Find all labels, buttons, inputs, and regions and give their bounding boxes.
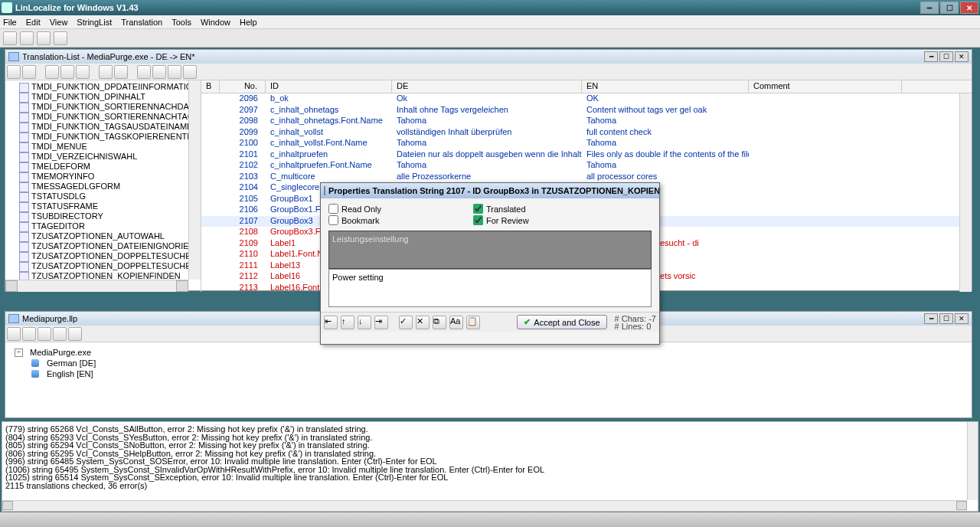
- menu-file[interactable]: File: [3, 18, 17, 27]
- table-row[interactable]: 2102c_inhaltpruefen.Font.NameTahomaTahom…: [201, 160, 972, 172]
- book-icon[interactable]: [54, 31, 67, 45]
- translated-checkbox[interactable]: Translated: [473, 203, 529, 214]
- table-row[interactable]: 2099c_inhalt_vollstvollständigen Inhalt …: [201, 127, 972, 139]
- readonly-checkbox[interactable]: Read Only: [328, 203, 381, 214]
- tree-item[interactable]: TSTATUSDLG: [31, 191, 201, 201]
- filter-icon[interactable]: [76, 65, 90, 79]
- col-comment[interactable]: Comment: [749, 80, 902, 93]
- accept-close-button[interactable]: ✔ Accept and Close: [517, 315, 606, 329]
- paste-icon[interactable]: 📋: [466, 316, 480, 329]
- sub-minimize-button[interactable]: ━: [924, 313, 938, 324]
- tree-item[interactable]: TZUSATZOPTIONEN_AUTOWAHL: [31, 231, 201, 241]
- open-folder-icon[interactable]: [68, 327, 82, 341]
- forreview-checkbox[interactable]: For Review: [473, 214, 529, 226]
- menu-tools[interactable]: Tools: [172, 18, 191, 27]
- translation-list-titlebar[interactable]: Translation-List - MediaPurge.exe - DE -…: [5, 50, 972, 64]
- scroll-left-icon[interactable]: [2, 501, 13, 510]
- scroll-right-icon[interactable]: [956, 501, 967, 510]
- table-row[interactable]: 2098c_inhalt_ohnetags.Font.NameTahomaTah…: [201, 116, 972, 127]
- tree-scrollbar-v[interactable]: [188, 80, 201, 280]
- target-text[interactable]: Power setting: [328, 269, 652, 307]
- tree-item[interactable]: TMEMORYINFO: [31, 172, 201, 182]
- menu-window[interactable]: Window: [201, 18, 230, 27]
- col-de[interactable]: DE: [392, 80, 582, 93]
- menu-edit[interactable]: Edit: [26, 18, 41, 27]
- edit-icon[interactable]: [7, 327, 21, 341]
- sub-maximize-button[interactable]: ☐: [939, 313, 953, 324]
- tree-item[interactable]: TMDI_FUNKTION_TAGSAUSDATEINAMEN: [31, 122, 201, 132]
- new-icon[interactable]: [22, 327, 36, 341]
- reject-icon[interactable]: ✕: [416, 316, 430, 329]
- log-scrollbar-v[interactable]: [967, 422, 978, 500]
- col-b[interactable]: B: [201, 80, 220, 93]
- tree-item[interactable]: TSTATUSFRAME: [31, 201, 201, 211]
- tree-item[interactable]: TMDI_FUNKTION_SORTIERENNACHTAGS: [31, 112, 201, 122]
- tree-item[interactable]: TZUSATZOPTIONEN_DOPPELTESUCHENAFP: [31, 261, 201, 271]
- prev-icon[interactable]: ↑: [341, 316, 354, 329]
- table-row[interactable]: 2096b_okOkOK: [201, 93, 972, 105]
- case-icon[interactable]: Aa: [449, 316, 463, 329]
- properties-icon[interactable]: [53, 327, 67, 341]
- export-icon[interactable]: [137, 65, 151, 79]
- maximize-button[interactable]: ☐: [940, 2, 959, 14]
- link-icon[interactable]: ⧉: [433, 316, 446, 329]
- next-icon[interactable]: ↓: [358, 316, 371, 329]
- table-row[interactable]: 2100c_inhalt_vollst.Font.NameTahomaTahom…: [201, 138, 972, 149]
- grid-scrollbar-v[interactable]: [959, 93, 972, 292]
- tree-scrollbar-h[interactable]: [5, 280, 188, 292]
- last-icon[interactable]: ⇥: [374, 316, 388, 329]
- project-tree-item[interactable]: MediaPurge.exe: [10, 347, 967, 358]
- sub-minimize-button[interactable]: ━: [924, 51, 938, 62]
- sub-close-button[interactable]: ✕: [955, 313, 969, 324]
- table-row[interactable]: 2097c_inhalt_ohnetagsInhalt ohne Tags ve…: [201, 105, 972, 116]
- dialog-titlebar[interactable]: Properties Translation String 2107 - ID …: [321, 183, 659, 198]
- project-tree-item[interactable]: German [DE]: [10, 358, 967, 368]
- menu-view[interactable]: View: [50, 18, 68, 27]
- scroll-right-icon[interactable]: [176, 280, 188, 292]
- tree-item[interactable]: TMESSAGEDLGFORM: [31, 182, 201, 191]
- scroll-left-icon[interactable]: [5, 280, 18, 292]
- tree-item[interactable]: TMDI_FUNKTION_DPDATEIINFORMATIONEN: [31, 82, 201, 92]
- menu-translation[interactable]: Translation: [121, 18, 162, 27]
- project-tree-item[interactable]: English [EN]: [10, 368, 967, 379]
- paste-icon[interactable]: [114, 65, 128, 79]
- refresh-icon[interactable]: [168, 65, 181, 79]
- first-icon[interactable]: ⇤: [324, 316, 338, 329]
- tree-item[interactable]: TMDI_FUNKTION_TAGSKOPIERENENTFERNEN: [31, 132, 201, 142]
- check-icon[interactable]: [183, 65, 197, 79]
- menu-help[interactable]: Help: [240, 18, 257, 27]
- print-icon[interactable]: [22, 65, 36, 79]
- new-icon[interactable]: [3, 31, 17, 45]
- sub-maximize-button[interactable]: ☐: [939, 51, 953, 62]
- copy-icon[interactable]: [99, 65, 113, 79]
- log-line: (996) string 65485 System_SysConst_SOSEr…: [5, 457, 975, 466]
- accept-icon[interactable]: ✓: [399, 316, 413, 329]
- table-row[interactable]: 2101c_inhaltpruefenDateien nur als doppe…: [201, 149, 972, 161]
- sub-close-button[interactable]: ✕: [955, 51, 969, 62]
- save-icon[interactable]: [37, 31, 51, 45]
- menu-stringlist[interactable]: StringList: [77, 18, 112, 27]
- tree-item[interactable]: TTAGEDITOR: [31, 221, 201, 231]
- col-en[interactable]: EN: [582, 80, 749, 93]
- log-scrollbar-h[interactable]: [2, 500, 967, 511]
- tree-item[interactable]: TZUSATZOPTIONEN_DOPPELTESUCHENAEHNLICH: [31, 251, 201, 261]
- bookmark-checkbox[interactable]: Bookmark: [328, 214, 381, 226]
- tree-item[interactable]: TMELDEFORM: [31, 162, 201, 172]
- minimize-button[interactable]: ━: [920, 2, 939, 14]
- tree-item[interactable]: TZUSATZOPTIONEN_DATEIENIGNORIEREN: [31, 241, 201, 251]
- col-id[interactable]: ID: [266, 80, 392, 93]
- tree-item[interactable]: TMDI_FUNKTION_SORTIERENNACHDATEINAMEN: [31, 102, 201, 112]
- save-icon[interactable]: [7, 65, 21, 79]
- col-no[interactable]: No.: [220, 80, 266, 93]
- sort-icon[interactable]: [60, 65, 74, 79]
- tree-item[interactable]: TMDI_FUNKTION_DPINHALT: [31, 92, 201, 102]
- import-icon[interactable]: [152, 65, 166, 79]
- open-icon[interactable]: [20, 31, 34, 45]
- delete-icon[interactable]: [38, 327, 51, 341]
- find-icon[interactable]: [45, 65, 59, 79]
- close-button[interactable]: ✕: [960, 2, 978, 14]
- tree-item[interactable]: TMDI_VERZEICHNISWAHL: [31, 152, 201, 162]
- table-row[interactable]: 2103C_multicorealle Prozessorkerneall pr…: [201, 172, 972, 183]
- tree-item[interactable]: TMDI_MENUE: [31, 142, 201, 152]
- tree-item[interactable]: TSUBDIRECTORY: [31, 211, 201, 221]
